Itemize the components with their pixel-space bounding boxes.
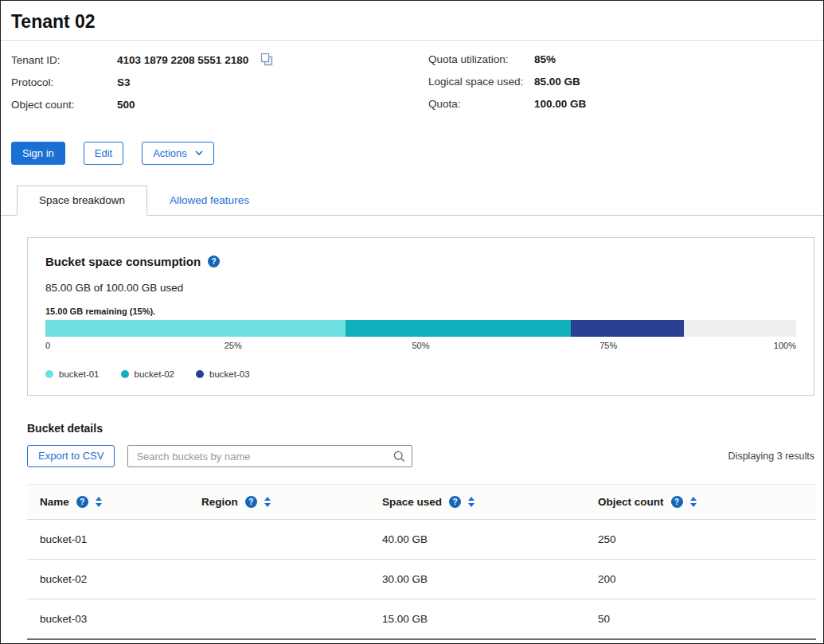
legend-item-bucket-02: bucket-02	[121, 369, 175, 379]
sort-icon[interactable]	[264, 497, 271, 507]
logical-space-value: 85.00 GB	[534, 75, 580, 88]
legend-label: bucket-02	[135, 369, 175, 379]
copy-icon	[260, 57, 274, 69]
bar-segment-bucket-01	[45, 320, 346, 337]
table-header-row: Name ? Region ? Space used ?	[27, 485, 816, 520]
copy-tenant-id-button[interactable]	[260, 53, 274, 67]
bucket-table: Name ? Region ? Space used ?	[27, 484, 816, 640]
column-label-object-count: Object count	[598, 496, 664, 508]
legend-dot	[45, 370, 53, 378]
bucket-details-controls: Export to CSV Displaying 3 results	[27, 445, 816, 467]
sort-icon[interactable]	[690, 497, 697, 507]
chart-legend: bucket-01bucket-02bucket-03	[45, 369, 796, 379]
help-icon[interactable]: ?	[76, 496, 88, 508]
card-title-row: Bucket space consumption ?	[45, 255, 796, 268]
cell-object-count: 200	[585, 560, 816, 599]
cell-region	[189, 560, 369, 599]
table-row: bucket-03 15.00 GB 50	[27, 599, 816, 640]
sort-icon[interactable]	[468, 497, 474, 507]
bar-segment-bucket-03	[571, 320, 683, 337]
sign-in-button[interactable]: Sign in	[11, 142, 65, 165]
legend-label: bucket-03	[209, 369, 250, 379]
summary-row-quota-utilization: Quota utilization: 85%	[428, 53, 812, 66]
summary-row-object-count: Object count: 500	[11, 98, 428, 111]
summary-left-column: Tenant ID: 4103 1879 2208 5551 2180 Prot…	[11, 53, 428, 120]
action-buttons-row: Sign in Edit Actions	[1, 120, 823, 165]
tab-allowed-features[interactable]: Allowed features	[147, 185, 271, 215]
quota-value: 100.00 GB	[534, 97, 586, 111]
edit-button[interactable]: Edit	[84, 142, 123, 165]
export-to-csv-button[interactable]: Export to CSV	[27, 445, 115, 467]
cell-object-count: 50	[585, 599, 816, 640]
summary-right-column: Quota utilization: 85% Logical space use…	[428, 53, 812, 120]
legend-item-bucket-03: bucket-03	[196, 369, 250, 379]
tick-0: 0	[45, 341, 50, 350]
protocol-value: S3	[117, 76, 131, 89]
column-label-region: Region	[201, 496, 238, 508]
results-count-text: Displaying 3 results	[728, 451, 816, 462]
table-row: bucket-01 40.00 GB 250	[27, 520, 816, 560]
logical-space-label: Logical space used:	[428, 75, 534, 88]
help-icon[interactable]: ?	[208, 256, 220, 267]
tab-space-breakdown[interactable]: Space breakdown	[17, 185, 147, 216]
page-title: Tenant 02	[11, 11, 812, 33]
search-icon	[392, 450, 406, 463]
help-icon[interactable]: ?	[449, 496, 461, 508]
column-header-region[interactable]: Region ?	[189, 485, 369, 520]
legend-item-bucket-01: bucket-01	[45, 369, 100, 379]
legend-label: bucket-01	[59, 369, 100, 379]
tick-100: 100%	[774, 341, 796, 350]
tenant-id-value: 4103 1879 2208 5551 2180	[117, 53, 248, 67]
legend-dot	[196, 370, 204, 378]
summary-row-protocol: Protocol: S3	[11, 76, 428, 89]
cell-object-count: 250	[585, 520, 816, 560]
quota-label: Quota:	[428, 97, 534, 111]
search-input[interactable]	[127, 445, 412, 467]
summary-row-logical-space: Logical space used: 85.00 GB	[428, 75, 812, 88]
column-header-space-used[interactable]: Space used ?	[369, 485, 585, 520]
cell-space-used: 30.00 GB	[369, 560, 585, 599]
cell-name: bucket-01	[27, 520, 189, 560]
actions-dropdown-button[interactable]: Actions	[142, 142, 214, 165]
object-count-label: Object count:	[11, 98, 117, 111]
actions-dropdown-label: Actions	[153, 147, 187, 159]
quota-utilization-label: Quota utilization:	[428, 53, 534, 66]
summary-row-quota: Quota: 100.00 GB	[428, 97, 812, 111]
tenant-summary: Tenant ID: 4103 1879 2208 5551 2180 Prot…	[1, 41, 823, 120]
help-icon[interactable]: ?	[245, 496, 257, 508]
bar-segment-remaining	[684, 320, 796, 337]
tenant-id-label: Tenant ID:	[11, 53, 117, 67]
table-row: bucket-02 30.00 GB 200	[27, 560, 816, 599]
help-icon[interactable]: ?	[671, 496, 683, 508]
tenant-details-page: Tenant 02 Tenant ID: 4103 1879 2208 5551…	[0, 0, 824, 644]
column-header-name[interactable]: Name ?	[27, 485, 189, 520]
chart-axis-ticks: 0 25% 50% 75% 100%	[45, 341, 796, 353]
cell-space-used: 40.00 GB	[369, 520, 585, 560]
bar-segment-bucket-02	[346, 320, 571, 337]
remaining-note-text: 15.00 GB remaining (15%).	[45, 306, 796, 316]
usage-summary-text: 85.00 GB of 100.00 GB used	[45, 282, 796, 294]
search-box	[127, 445, 412, 467]
cell-name: bucket-02	[27, 560, 189, 599]
sort-icon[interactable]	[96, 497, 102, 507]
legend-dot	[121, 370, 129, 378]
tick-75: 75%	[599, 341, 617, 350]
tab-bar: Space breakdown Allowed features	[1, 185, 823, 216]
chart-title: Bucket space consumption	[45, 255, 201, 268]
column-label-space-used: Space used	[382, 496, 442, 508]
quota-utilization-value: 85%	[534, 53, 556, 66]
consumption-bar	[45, 320, 796, 337]
column-label-name: Name	[40, 496, 69, 508]
bucket-details-title: Bucket details	[27, 422, 823, 435]
object-count-value: 500	[117, 98, 135, 111]
cell-region	[189, 520, 369, 560]
cell-space-used: 15.00 GB	[369, 599, 585, 640]
protocol-label: Protocol:	[11, 76, 117, 89]
cell-name: bucket-03	[27, 599, 189, 640]
column-header-object-count[interactable]: Object count ?	[585, 485, 816, 520]
page-header: Tenant 02	[1, 1, 823, 40]
cell-region	[189, 599, 369, 640]
tick-50: 50%	[412, 341, 429, 350]
summary-row-tenant-id: Tenant ID: 4103 1879 2208 5551 2180	[11, 53, 428, 67]
tick-25: 25%	[225, 341, 242, 350]
